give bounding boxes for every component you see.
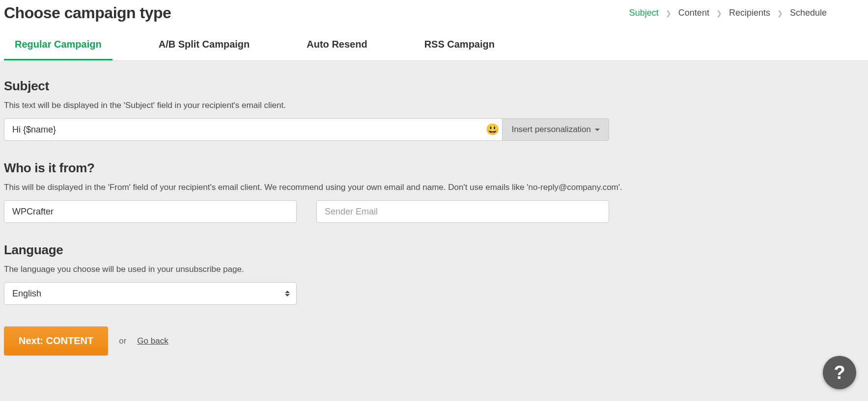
subject-description: This text will be displayed in the 'Subj… <box>4 101 864 110</box>
chevron-right-icon: ❯ <box>777 9 783 17</box>
language-section: Language The language you choose will be… <box>4 242 864 305</box>
actions-row: Next: CONTENT or Go back <box>4 326 864 355</box>
tab-regular-campaign[interactable]: Regular Campaign <box>4 39 112 60</box>
sender-name-input[interactable] <box>4 200 297 223</box>
tab-auto-resend[interactable]: Auto Resend <box>296 39 378 60</box>
insert-personalization-button[interactable]: Insert personalization <box>502 118 609 141</box>
page-title: Choose campaign type <box>4 4 171 22</box>
language-description: The language you choose will be used in … <box>4 265 864 274</box>
campaign-type-tabs: Regular Campaign A/B Split Campaign Auto… <box>4 39 868 60</box>
chevron-right-icon: ❯ <box>666 9 672 17</box>
tab-rss-campaign[interactable]: RSS Campaign <box>414 39 505 60</box>
breadcrumb-step-subject[interactable]: Subject <box>629 8 659 18</box>
sender-email-input[interactable] <box>316 200 609 223</box>
emoji-picker-icon[interactable]: 😃 <box>482 123 502 136</box>
language-heading: Language <box>4 242 864 258</box>
help-button[interactable]: ? <box>823 356 856 389</box>
breadcrumb-step-content[interactable]: Content <box>678 8 709 18</box>
breadcrumb-step-schedule[interactable]: Schedule <box>790 8 827 18</box>
next-content-button[interactable]: Next: CONTENT <box>4 326 108 355</box>
question-mark-icon: ? <box>834 362 845 383</box>
breadcrumb-step-recipients[interactable]: Recipients <box>729 8 770 18</box>
subject-section: Subject This text will be displayed in t… <box>4 79 864 141</box>
subject-heading: Subject <box>4 79 864 94</box>
insert-personalization-label: Insert personalization <box>511 125 591 134</box>
tab-ab-split-campaign[interactable]: A/B Split Campaign <box>148 39 261 60</box>
chevron-right-icon: ❯ <box>716 9 722 17</box>
subject-input[interactable] <box>4 119 482 140</box>
or-text: or <box>119 336 126 346</box>
from-heading: Who is it from? <box>4 160 864 176</box>
breadcrumb: Subject ❯ Content ❯ Recipients ❯ Schedul… <box>629 8 827 18</box>
language-select[interactable]: English <box>4 282 297 305</box>
subject-input-wrap: 😃 <box>4 118 502 141</box>
from-description: This will be displayed in the 'From' fie… <box>4 183 864 192</box>
go-back-link[interactable]: Go back <box>137 336 168 346</box>
caret-down-icon <box>595 129 600 131</box>
from-section: Who is it from? This will be displayed i… <box>4 160 864 223</box>
